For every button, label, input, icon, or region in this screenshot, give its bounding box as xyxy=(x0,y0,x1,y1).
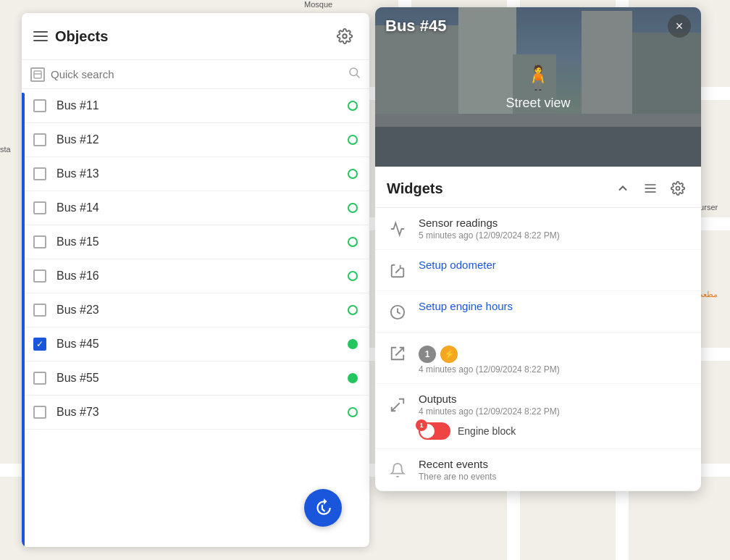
outputs-content: Outputs 4 minutes ago (12/09/2024 8:22 P… xyxy=(419,393,689,440)
setup-engine-hours-widget[interactable]: Setup engine hours xyxy=(375,291,701,333)
bell-icon xyxy=(387,459,408,481)
badge-1: 1 xyxy=(419,346,436,363)
inputs-badges: 1 ⚡ xyxy=(419,346,689,363)
status-dot-bus-12 xyxy=(348,135,358,145)
bus-item-bus-55[interactable]: Bus #55 xyxy=(22,362,369,396)
sensor-readings-widget: Sensor readings 5 minutes ago (12/09/202… xyxy=(375,208,701,250)
inputs-widget: 1 ⚡ 4 minutes ago (12/09/2024 8:22 PM) xyxy=(375,333,701,384)
outputs-widget: Outputs 4 minutes ago (12/09/2024 8:22 P… xyxy=(375,384,701,449)
bus-name-bus-13: Bus #13 xyxy=(56,167,348,180)
inputs-time: 4 minutes ago (12/09/2024 8:22 PM) xyxy=(419,364,689,375)
map-sta-label: sta xyxy=(0,145,11,154)
recent-events-name: Recent events xyxy=(419,458,689,470)
checkbox-bus-16[interactable] xyxy=(33,269,46,283)
checkbox-bus-11[interactable] xyxy=(33,99,46,112)
setup-odometer-name[interactable]: Setup odometer xyxy=(419,259,689,271)
search-input[interactable] xyxy=(51,68,342,80)
list-view-button[interactable] xyxy=(639,177,662,200)
status-dot-bus-16 xyxy=(348,271,358,281)
setup-odometer-widget[interactable]: Setup odometer xyxy=(375,250,701,291)
bus-detail-title: Bus #45 xyxy=(385,17,668,35)
sensor-readings-name: Sensor readings xyxy=(419,217,689,229)
objects-panel: Objects Bus #11Bus #12Bus #13Bus #14Bus … xyxy=(22,13,369,547)
bus-item-bus-45[interactable]: Bus #45 xyxy=(22,327,369,362)
svg-point-3 xyxy=(350,68,358,76)
setup-engine-hours-content: Setup engine hours xyxy=(419,300,689,312)
bus-name-bus-12: Bus #12 xyxy=(56,133,348,146)
checkbox-bus-55[interactable] xyxy=(33,372,46,385)
bus-name-bus-55: Bus #55 xyxy=(56,372,348,385)
bus-item-bus-14[interactable]: Bus #14 xyxy=(22,191,369,225)
search-icon xyxy=(348,66,361,83)
svg-point-0 xyxy=(343,34,347,38)
sensor-readings-content: Sensor readings 5 minutes ago (12/09/202… xyxy=(419,217,689,241)
recent-events-content: Recent events There are no events xyxy=(419,458,689,482)
widgets-title: Widgets xyxy=(387,180,611,197)
bus-name-bus-14: Bus #14 xyxy=(56,201,348,214)
toggle-badge: 1 xyxy=(416,419,427,431)
recent-events-time: There are no events xyxy=(419,472,689,482)
checkbox-bus-14[interactable] xyxy=(33,201,46,214)
svg-line-10 xyxy=(395,269,400,273)
setup-engine-hours-name[interactable]: Setup engine hours xyxy=(419,300,689,312)
map-mosque-label: Mosque xyxy=(304,0,332,9)
svg-point-9 xyxy=(676,187,680,191)
bus-name-bus-11: Bus #11 xyxy=(56,99,348,112)
widgets-controls xyxy=(611,177,689,200)
engine-hours-icon xyxy=(387,301,408,323)
engine-block-label: Engine block xyxy=(458,425,516,437)
status-dot-bus-14 xyxy=(348,203,358,213)
bus-detail-header: Bus #45 × xyxy=(375,7,701,45)
widgets-gear-button[interactable] xyxy=(666,177,689,200)
checkbox-bus-23[interactable] xyxy=(33,304,46,317)
checkbox-bus-12[interactable] xyxy=(33,133,46,146)
outputs-icon xyxy=(387,394,408,416)
bus-item-bus-23[interactable]: Bus #23 xyxy=(22,293,369,327)
bus-name-bus-15: Bus #15 xyxy=(56,235,348,248)
odometer-icon xyxy=(387,260,408,282)
bus-item-bus-11[interactable]: Bus #11 xyxy=(22,89,369,123)
sensor-icon xyxy=(387,218,408,240)
objects-gear-button[interactable] xyxy=(332,23,358,49)
checkbox-bus-13[interactable] xyxy=(33,167,46,180)
svg-line-4 xyxy=(356,75,359,78)
search-row xyxy=(22,60,369,89)
collapse-button[interactable] xyxy=(611,177,634,200)
outputs-time: 4 minutes ago (12/09/2024 8:22 PM) xyxy=(419,406,689,417)
street-view-image[interactable]: 🧍 Street view Bus #45 × xyxy=(375,7,701,167)
status-dot-bus-73 xyxy=(348,407,358,417)
widgets-section: Widgets xyxy=(375,167,701,491)
close-button[interactable]: × xyxy=(668,14,691,38)
street-view-person-icon: 🧍 xyxy=(524,64,553,91)
bus-item-bus-15[interactable]: Bus #15 xyxy=(22,225,369,259)
bus-item-bus-12[interactable]: Bus #12 xyxy=(22,123,369,157)
inputs-icon xyxy=(387,343,408,364)
status-dot-bus-11 xyxy=(348,101,358,111)
status-dot-bus-45 xyxy=(348,339,358,349)
outputs-name: Outputs xyxy=(419,393,689,405)
bus-detail-panel: 🧍 Street view Bus #45 × Widgets xyxy=(375,7,701,491)
checkbox-bus-15[interactable] xyxy=(33,235,46,248)
checkbox-bus-45[interactable] xyxy=(33,338,46,351)
bus-name-bus-16: Bus #16 xyxy=(56,269,348,283)
sensor-readings-time: 5 minutes ago (12/09/2024 8:22 PM) xyxy=(419,230,689,241)
engine-block-toggle-row: 1 Engine block xyxy=(419,422,689,440)
inputs-content: 1 ⚡ 4 minutes ago (12/09/2024 8:22 PM) xyxy=(419,341,689,375)
bus-name-bus-23: Bus #23 xyxy=(56,304,348,317)
setup-odometer-content: Setup odometer xyxy=(419,259,689,271)
bus-item-bus-13[interactable]: Bus #13 xyxy=(22,157,369,191)
objects-list: Bus #11Bus #12Bus #13Bus #14Bus #15Bus #… xyxy=(22,89,369,529)
checkbox-bus-73[interactable] xyxy=(33,406,46,419)
badge-lightning: ⚡ xyxy=(440,346,458,363)
recent-events-widget: Recent events There are no events xyxy=(375,449,701,491)
history-button[interactable] xyxy=(304,489,342,527)
hamburger-icon[interactable] xyxy=(33,31,48,41)
objects-header: Objects xyxy=(22,13,369,60)
bus-name-bus-45: Bus #45 xyxy=(56,338,348,351)
bus-item-bus-73[interactable]: Bus #73 xyxy=(22,396,369,430)
bus-item-bus-16[interactable]: Bus #16 xyxy=(22,259,369,293)
status-dot-bus-23 xyxy=(348,305,358,315)
status-dot-bus-55 xyxy=(348,373,358,383)
status-dot-bus-15 xyxy=(348,237,358,247)
engine-block-toggle[interactable]: 1 xyxy=(419,422,450,440)
